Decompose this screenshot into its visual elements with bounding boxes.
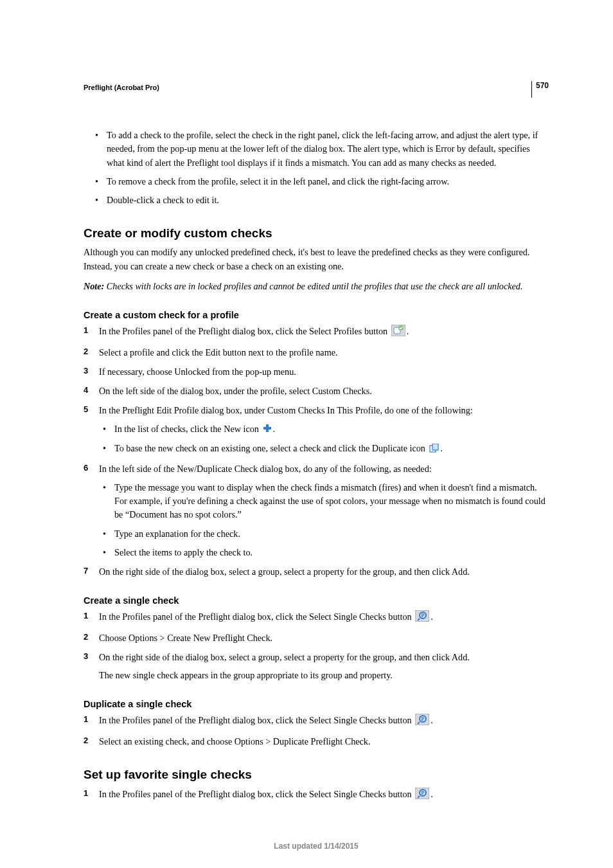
bullet-text: In the list of checks, click the New ico… <box>114 424 262 434</box>
sub-bullets: Type the message you want to display whe… <box>99 481 549 559</box>
bullet-text: To base the new check on an existing one… <box>114 443 428 453</box>
step: Choose Options > Create New Preflight Ch… <box>84 631 549 645</box>
list-item: Type an explanation for the check. <box>114 527 549 541</box>
list-item: Type the message you want to display whe… <box>114 481 549 522</box>
bullet-text-tail: . <box>441 443 443 453</box>
steps-favorite-single: In the Profiles panel of the Preflight d… <box>84 787 549 803</box>
svg-text:P: P <box>422 790 425 796</box>
step: In the Profiles panel of the Preflight d… <box>84 787 549 803</box>
step-note: The new single check appears in the grou… <box>99 668 549 682</box>
new-icon <box>263 423 272 437</box>
svg-rect-4 <box>263 427 271 429</box>
step-text: In the Profiles panel of the Preflight d… <box>99 789 414 799</box>
bullet-text-tail: . <box>273 424 276 434</box>
step-text: On the right side of the dialog box, sel… <box>99 652 470 662</box>
step-text: In the Profiles panel of the Preflight d… <box>99 611 414 622</box>
top-bullet-list: To add a check to the profile, select th… <box>84 129 549 207</box>
heading-duplicate-single: Duplicate a single check <box>84 699 549 709</box>
steps-duplicate-single: In the Profiles panel of the Preflight d… <box>84 713 549 748</box>
note-body: Checks with locks are in locked profiles… <box>104 281 522 291</box>
page-number: 570 <box>531 81 549 98</box>
svg-text:P: P <box>422 716 425 722</box>
select-profiles-icon <box>391 325 405 340</box>
select-single-checks-icon: P <box>415 714 429 729</box>
step-text-tail: . <box>407 326 409 336</box>
step-text-tail: . <box>431 789 433 799</box>
step: In the Profiles panel of the Preflight d… <box>84 610 549 626</box>
step: On the right side of the dialog box, sel… <box>84 650 549 682</box>
running-head: Preflight (Acrobat Pro) <box>84 84 549 91</box>
note-paragraph: Note: Checks with locks are in locked pr… <box>84 280 549 293</box>
heading-create-modify: Create or modify custom checks <box>84 226 549 240</box>
note-lead: Note: <box>84 281 104 291</box>
step-text: In the left side of the New/Duplicate Ch… <box>99 464 432 474</box>
select-single-checks-icon: P <box>415 610 429 626</box>
svg-rect-6 <box>432 444 438 450</box>
heading-create-single: Create a single check <box>84 595 549 606</box>
list-item: To add a check to the profile, select th… <box>107 129 549 170</box>
list-item: Select the items to apply the check to. <box>114 546 549 559</box>
intro-paragraph: Although you can modify any unlocked pre… <box>84 246 549 273</box>
step: Select an existing check, and choose Opt… <box>84 734 549 748</box>
step: In the Profiles panel of the Preflight d… <box>84 713 549 729</box>
list-item: To remove a check from the profile, sele… <box>107 175 549 188</box>
step: In the Profiles panel of the Preflight d… <box>84 324 549 340</box>
svg-text:P: P <box>422 613 425 619</box>
step: If necessary, choose Unlocked from the p… <box>84 365 549 379</box>
duplicate-icon <box>429 443 440 457</box>
select-single-checks-icon: P <box>415 788 429 803</box>
list-item: Double-click a check to edit it. <box>107 194 549 207</box>
step-text: In the Profiles panel of the Preflight d… <box>99 715 414 725</box>
list-item: In the list of checks, click the New ico… <box>114 422 549 437</box>
sub-bullets: In the list of checks, click the New ico… <box>99 422 549 457</box>
step-text-tail: . <box>431 715 433 725</box>
steps-create-single: In the Profiles panel of the Preflight d… <box>84 610 549 682</box>
steps-create-custom-profile: In the Profiles panel of the Preflight d… <box>84 324 549 579</box>
step: On the left side of the dialog box, unde… <box>84 384 549 398</box>
step-text: In the Profiles panel of the Preflight d… <box>99 326 390 336</box>
list-item: To base the new check on an existing one… <box>114 442 549 456</box>
step-text: In the Preflight Edit Profile dialog box… <box>99 405 473 415</box>
step: In the Preflight Edit Profile dialog box… <box>84 403 549 457</box>
step: In the left side of the New/Duplicate Ch… <box>84 462 549 559</box>
step: Select a profile and click the Edit butt… <box>84 345 549 359</box>
svg-point-2 <box>398 325 404 330</box>
heading-create-custom-profile: Create a custom check for a profile <box>84 310 549 320</box>
footer-last-updated: Last updated 1/14/2015 <box>84 842 549 851</box>
heading-favorite-single: Set up favorite single checks <box>84 768 549 782</box>
step: On the right side of the dialog box, sel… <box>84 565 549 579</box>
step-text-tail: . <box>431 611 433 622</box>
